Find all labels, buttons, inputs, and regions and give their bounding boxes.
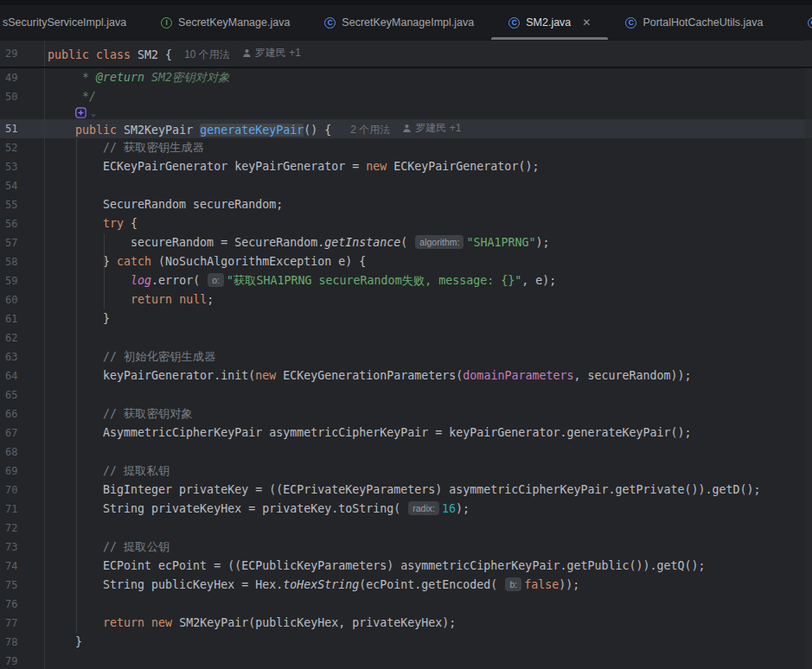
line-number[interactable]: 70 bbox=[0, 481, 45, 500]
line-number[interactable]: 75 bbox=[0, 576, 45, 595]
code-line[interactable]: // 获取密钥生成器 bbox=[45, 138, 812, 157]
code-line[interactable] bbox=[45, 385, 812, 405]
code-line[interactable]: // 提取公钥 bbox=[45, 538, 812, 557]
line-number[interactable]: 76 bbox=[0, 595, 45, 614]
tab-secretkeymanage-java[interactable]: ISecretKeyManage.java bbox=[144, 5, 307, 40]
method-name-highlighted: generateKeyPair bbox=[200, 124, 304, 137]
code-token: , secureRandom)); bbox=[573, 369, 691, 382]
code-line[interactable]: public SM2KeyPair generateKeyPair() { 2 … bbox=[45, 119, 812, 138]
tab-portalhotcacheutils-java[interactable]: CPortalHotCacheUtils.java bbox=[608, 5, 780, 40]
line-number[interactable] bbox=[0, 106, 45, 119]
line-number[interactable]: 65 bbox=[0, 385, 45, 405]
usages-hint[interactable]: 2 个用法 bbox=[350, 120, 390, 139]
code-line[interactable] bbox=[45, 595, 812, 614]
code-token: log bbox=[131, 274, 151, 287]
code-token: domainParameters bbox=[463, 369, 573, 382]
line-number[interactable]: 62 bbox=[0, 328, 45, 347]
tab-clipped[interactable]: C bbox=[799, 5, 812, 40]
line-number[interactable]: 69 bbox=[0, 462, 45, 481]
ai-assistant-icon[interactable] bbox=[75, 107, 86, 118]
line-number[interactable]: 63 bbox=[0, 347, 45, 366]
code-line[interactable]: return new SM2KeyPair(publicKeyHex, priv… bbox=[45, 614, 812, 633]
code-line[interactable]: secureRandom = SecureRandom.getInstance(… bbox=[45, 233, 812, 252]
ai-actions-row[interactable]: ⌄ bbox=[45, 106, 812, 119]
tab-secretkeymanageimpl-java[interactable]: CSecretKeyManageImpl.java bbox=[307, 5, 491, 40]
code-token: AsymmetricCipherKeyPair asymmetricCipher… bbox=[48, 426, 692, 439]
class-icon: C bbox=[808, 17, 812, 29]
line-number[interactable]: 51 bbox=[0, 119, 45, 138]
code-line[interactable]: try { bbox=[45, 214, 812, 233]
line-number[interactable]: 77 bbox=[0, 614, 45, 633]
code-token: // 获取密钥对象 bbox=[48, 407, 193, 420]
author-hint[interactable]: 罗建民 +1 bbox=[402, 119, 461, 137]
code-token: "获取SHA1PRNG secureRandom失败, message: {}" bbox=[227, 274, 521, 287]
tab-ssecurityserviceimpl-java[interactable]: sSecurityServiceImpl.java bbox=[0, 5, 144, 40]
code-line[interactable]: } catch (NoSuchAlgorithmException e) { bbox=[45, 252, 812, 271]
code-token: false bbox=[524, 578, 559, 591]
line-number[interactable]: 78 bbox=[0, 633, 45, 652]
code-line[interactable]: AsymmetricCipherKeyPair asymmetricCipher… bbox=[45, 424, 812, 443]
line-number[interactable]: 57 bbox=[0, 233, 45, 252]
line-number[interactable]: 61 bbox=[0, 309, 45, 328]
code-line[interactable]: keyPairGenerator.init(new ECKeyGeneratio… bbox=[45, 366, 812, 385]
code-line[interactable] bbox=[45, 176, 812, 195]
line-number[interactable]: 71 bbox=[0, 500, 45, 519]
code-line[interactable] bbox=[45, 328, 812, 347]
line-number[interactable]: 79 bbox=[0, 652, 45, 669]
line-number[interactable]: 29 bbox=[0, 41, 45, 67]
code-token: ECKeyPairGenerator(); bbox=[387, 160, 539, 173]
line-number[interactable]: 49 bbox=[0, 68, 45, 87]
code-token: new bbox=[255, 369, 276, 382]
code-line[interactable]: */ bbox=[45, 87, 812, 106]
code-line[interactable]: String privateKeyHex = privateKey.toStri… bbox=[45, 500, 812, 519]
code-line[interactable]: // 获取密钥对象 bbox=[45, 405, 812, 424]
line-number[interactable]: 59 bbox=[0, 271, 45, 290]
line-number[interactable]: 73 bbox=[0, 538, 45, 557]
code-line[interactable]: } bbox=[45, 633, 812, 652]
code-line[interactable] bbox=[45, 652, 812, 669]
code-line[interactable]: SecureRandom secureRandom; bbox=[45, 195, 812, 214]
tab-sm2-java[interactable]: CSM2.java✕ bbox=[491, 5, 608, 40]
code-line[interactable]: String publicKeyHex = Hex.toHexString(ec… bbox=[45, 576, 812, 595]
code-token: ECPoint ecPoint = ((ECPublicKeyParameter… bbox=[48, 559, 706, 572]
usages-hint[interactable]: 10 个用法 bbox=[184, 41, 230, 67]
line-number[interactable]: 68 bbox=[0, 443, 45, 462]
parameter-hint: radix: bbox=[408, 501, 439, 515]
person-icon bbox=[242, 48, 252, 58]
line-number[interactable]: 50 bbox=[0, 87, 45, 106]
line-number[interactable]: 60 bbox=[0, 290, 45, 309]
line-number[interactable]: 66 bbox=[0, 405, 45, 424]
code-token: () { bbox=[304, 124, 338, 137]
code-token bbox=[48, 293, 131, 306]
line-number[interactable]: 54 bbox=[0, 176, 45, 195]
line-number[interactable]: 58 bbox=[0, 252, 45, 271]
code-line[interactable]: BigInteger privateKey = ((ECPrivateKeyPa… bbox=[45, 481, 812, 500]
code-line[interactable] bbox=[45, 519, 812, 538]
author-hint[interactable]: 罗建民 +1 bbox=[242, 41, 301, 66]
line-number[interactable]: 55 bbox=[0, 195, 45, 214]
line-number[interactable]: 72 bbox=[0, 519, 45, 538]
code-token: secureRandom = SecureRandom. bbox=[48, 236, 324, 249]
code-line[interactable]: ECKeyPairGenerator keyPairGenerator = ne… bbox=[45, 157, 812, 176]
code-line[interactable]: log.error( o:"获取SHA1PRNG secureRandom失败,… bbox=[45, 271, 812, 290]
code-line[interactable] bbox=[45, 443, 812, 462]
code-token: // 初始化密钥生成器 bbox=[48, 350, 215, 363]
close-icon[interactable]: ✕ bbox=[582, 17, 591, 28]
code-token: try bbox=[103, 217, 124, 230]
code-line[interactable]: // 初始化密钥生成器 bbox=[45, 347, 812, 366]
code-line[interactable]: ECPoint ecPoint = ((ECPublicKeyParameter… bbox=[45, 557, 812, 576]
code-line[interactable]: public class SM2 {10 个用法罗建民 +1 bbox=[45, 41, 812, 67]
line-number[interactable]: 74 bbox=[0, 557, 45, 576]
line-number[interactable]: 53 bbox=[0, 157, 45, 176]
line-number[interactable]: 52 bbox=[0, 138, 45, 157]
line-number[interactable]: 64 bbox=[0, 366, 45, 385]
code-line[interactable]: return null; bbox=[45, 290, 812, 309]
code-line[interactable]: } bbox=[45, 309, 812, 328]
line-number[interactable]: 67 bbox=[0, 424, 45, 443]
scrollbar-track[interactable] bbox=[805, 40, 812, 669]
code-line[interactable]: // 提取私钥 bbox=[45, 462, 812, 481]
code-line[interactable]: * @return SM2密钥对对象 bbox=[45, 68, 812, 87]
tab-label: sSecurityServiceImpl.java bbox=[3, 16, 126, 29]
line-number[interactable]: 56 bbox=[0, 214, 45, 233]
chevron-down-icon[interactable]: ⌄ bbox=[91, 109, 96, 118]
